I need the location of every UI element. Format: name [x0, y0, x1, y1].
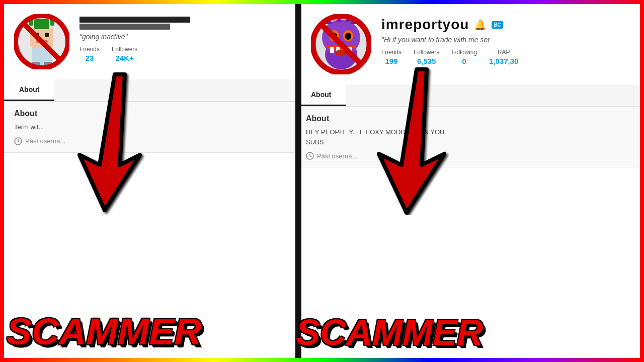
left-profile-section: "going inactive" Friends 23 Followers 24… — [4, 4, 296, 74]
left-followers-value: 24K+ — [116, 54, 134, 62]
right-nav-tabs: About — [296, 84, 640, 107]
bell-icon: 🔔 — [474, 19, 487, 31]
left-past-username-text: Past userna... — [25, 137, 65, 145]
right-profile-section: imreportyou 🔔 BC "Hi if you want to trad… — [296, 4, 640, 79]
right-about-content: HEY PEOPLE Y... E FOXY MODDING ON YOU SU… — [306, 127, 630, 147]
right-scammer-text: SCAMMER — [296, 312, 483, 353]
right-about-section: About HEY PEOPLE Y... E FOXY MODDING ON … — [296, 107, 640, 167]
right-followers-value: 6,535 — [417, 57, 436, 65]
username-bar-1 — [79, 17, 190, 23]
clock-icon-right — [306, 152, 314, 160]
panel-divider — [295, 4, 301, 358]
right-past-username: Past userna... — [306, 152, 630, 160]
svg-line-14 — [18, 141, 20, 142]
right-rap-stat: RAP 1,037,30 — [489, 49, 518, 65]
left-friends-value: 23 — [86, 54, 94, 62]
right-profile-info: imreportyou 🔔 BC "Hi if you want to trad… — [381, 14, 630, 65]
right-rap-value: 1,037,30 — [489, 57, 518, 65]
left-friends-stat: Friends 23 — [79, 46, 100, 62]
left-about-section: About Term wit... Past userna... — [4, 102, 296, 153]
left-scammer-text: SCAMMER — [7, 310, 202, 353]
left-avatar-wrapper — [14, 14, 69, 69]
svg-line-11 — [23, 23, 60, 60]
right-username-text: imreportyou — [381, 17, 469, 33]
right-followers-label: Followers — [414, 49, 439, 56]
right-following-stat: Following 0 — [451, 49, 477, 65]
left-no-sign-icon — [14, 14, 69, 69]
right-rap-label: RAP — [498, 49, 510, 56]
right-past-username-text: Past userna... — [317, 152, 357, 160]
left-username-lines — [79, 17, 286, 33]
right-followers-stat: Followers 6,535 — [414, 49, 439, 65]
right-friends-value: 199 — [385, 57, 397, 65]
left-stats-row: Friends 23 Followers 24K+ — [79, 46, 286, 62]
right-friends-stat: Friends 199 — [381, 49, 401, 65]
right-username-bar: imreportyou 🔔 BC — [381, 17, 630, 33]
left-followers-label: Followers — [112, 46, 137, 53]
username-bar-2 — [79, 24, 170, 30]
right-no-sign-icon — [311, 14, 371, 74]
right-friends-label: Friends — [381, 49, 401, 56]
left-friends-label: Friends — [79, 46, 100, 53]
right-status-text: "Hi if you want to trade with me ser — [381, 36, 630, 44]
right-about-heading: About — [306, 114, 630, 123]
left-about-content: Term wit... — [14, 122, 286, 132]
left-followers-stat: Followers 24K+ — [112, 46, 137, 62]
right-following-label: Following — [451, 49, 477, 56]
clock-icon — [14, 137, 22, 145]
left-nav-tabs: About — [4, 79, 296, 102]
svg-line-34 — [310, 156, 311, 157]
left-about-heading: About — [14, 109, 286, 118]
left-profile-info: "going inactive" Friends 23 Followers 24… — [79, 14, 286, 62]
right-stats-row: Friends 199 Followers 6,535 Following 0 … — [381, 49, 630, 65]
right-avatar-wrapper — [311, 14, 371, 74]
main-container: "going inactive" Friends 23 Followers 24… — [4, 4, 640, 358]
left-tab-about[interactable]: About — [4, 79, 54, 101]
right-following-value: 0 — [462, 57, 466, 65]
right-tab-about[interactable]: About — [296, 84, 346, 106]
bc-badge: BC — [492, 21, 503, 29]
left-panel: "going inactive" Friends 23 Followers 24… — [4, 4, 296, 358]
svg-line-31 — [320, 23, 362, 65]
right-panel: imreportyou 🔔 BC "Hi if you want to trad… — [296, 4, 640, 358]
left-past-username: Past userna... — [14, 137, 286, 145]
left-status-text: "going inactive" — [79, 33, 286, 41]
